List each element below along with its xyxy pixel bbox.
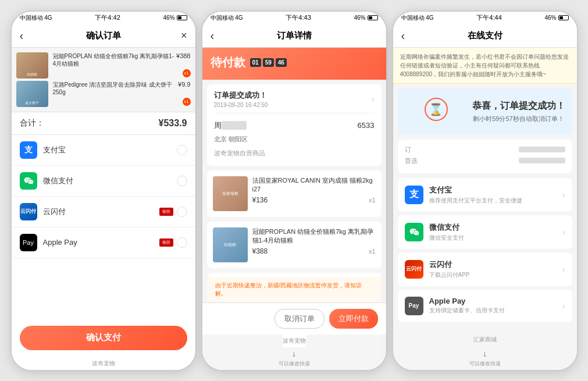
alipay-arrow: › bbox=[562, 190, 565, 200]
battery-area-1: 46% bbox=[163, 15, 187, 21]
footer-area-2: 波奇宠物 ↓ 可以修改快递 bbox=[202, 334, 386, 370]
page-title-3: 在线支付 bbox=[468, 30, 503, 41]
payment-alipay[interactable]: 支 支付宝 bbox=[12, 135, 195, 166]
battery-pct-2: 46% bbox=[354, 15, 365, 21]
order-date: 2019-08-20 16:42:50 bbox=[214, 102, 268, 108]
success-section: ⌛ 恭喜，订单提交成功！ 剩小时59分57秒自动取消订单！ bbox=[398, 88, 572, 135]
timer-seconds: 46 bbox=[276, 58, 287, 67]
payment-methods-list: 支 支付宝 微信支付 云闪付 云闪付 银联 bbox=[12, 135, 195, 320]
order-type-blurred bbox=[519, 158, 565, 163]
product-row-2: 宝路Pedigree 清洁坚固牙齿去除异味 成犬饼干 250g ¥9.9 bbox=[53, 81, 191, 96]
total-label: 合计： bbox=[20, 118, 44, 129]
chevron-icon: › bbox=[372, 94, 375, 104]
customer-row: 周XXXXX 6533 bbox=[214, 118, 375, 133]
page-title-2: 订单详情 bbox=[277, 30, 312, 41]
notice-bar: 近期网络诈骗案件频繁发生，若小红书君不会因订单问题给您发送任何链接或者短信验证，… bbox=[393, 48, 577, 84]
unionpay-badge-yun: 银联 bbox=[159, 208, 173, 216]
battery-icon-3 bbox=[558, 15, 569, 20]
customer-name: 周XXXXX bbox=[214, 120, 247, 131]
pending-title: 待付款 bbox=[211, 55, 245, 70]
footer-area-3: 汇家商城 ↓ 可以修改快递 bbox=[393, 333, 577, 370]
cancel-order-button[interactable]: 取消订单 bbox=[275, 309, 325, 329]
wechat-arrow: › bbox=[562, 227, 565, 237]
wechat-desc: 微信安全支付 bbox=[429, 234, 562, 242]
action-bar: 取消订单 立即付款 bbox=[202, 302, 386, 334]
applepay-label: Apple Pay bbox=[43, 238, 159, 247]
payment-options-list: 支 支付宝 推荐使用支付宝平台支付，安全便捷 › 微信支付 微信安全支付 › bbox=[393, 178, 577, 333]
payment-yunpay[interactable]: 云闪付 云闪付 银联 bbox=[12, 197, 195, 227]
alipay-info: 支付宝 推荐使用支付宝平台支付，安全便捷 bbox=[429, 185, 562, 205]
wechat-info: 微信支付 微信安全支付 bbox=[429, 222, 562, 242]
status-bar-3: 中国移动 4G 下午4:44 46% bbox=[393, 12, 577, 24]
arrow-indicator-2: ↓ bbox=[292, 347, 296, 360]
pay-option-wechat[interactable]: 微信支付 微信安全支付 › bbox=[398, 215, 572, 249]
product-thumb-2: 幼猫粮 bbox=[213, 227, 248, 262]
success-icon: ⌛ bbox=[425, 98, 448, 121]
timer-badges: 01 59 46 bbox=[250, 58, 287, 67]
product-images: 幼猫粮 成犬饼干 bbox=[16, 52, 48, 107]
arrow-label-3: 可以修改快递 bbox=[469, 360, 501, 370]
order-mini-label: 订 bbox=[405, 145, 411, 154]
success-row: 订单提交成功！ 2019-08-20 16:42:50 › bbox=[214, 90, 375, 113]
success-text-area: 恭喜，订单提交成功！ 剩小时59分57秒自动取消订单！ bbox=[472, 100, 565, 123]
applepay-icon: Pay bbox=[20, 234, 37, 251]
pay-now-button[interactable]: 立即付款 bbox=[329, 309, 378, 329]
product-price-row-2: ¥388 x1 bbox=[252, 247, 376, 255]
product-item-3: 成犬饼干 宝路Pedigree 清洁坚固牙齿去除 异味成犬饼干 250g ¥9.… bbox=[207, 273, 382, 277]
applepay-arrow: › bbox=[562, 301, 565, 311]
timer-hours: 01 bbox=[250, 58, 261, 67]
total-bar: 合计： ¥533.9 bbox=[12, 112, 195, 135]
alipay-icon: 支 bbox=[20, 141, 37, 159]
payment-wechat[interactable]: 微信支付 bbox=[12, 166, 195, 197]
wechat-label: 微信支付 bbox=[43, 176, 177, 186]
alipay-radio[interactable] bbox=[177, 145, 187, 155]
product-thumb-1: 皇家猫粮 bbox=[213, 176, 248, 211]
back-button-2[interactable]: ‹ bbox=[211, 29, 215, 42]
wechat-icon bbox=[20, 172, 37, 190]
wechat-radio[interactable] bbox=[177, 176, 187, 186]
applepay-name: Apple Pay bbox=[429, 297, 562, 305]
close-button-1[interactable]: × bbox=[181, 30, 187, 42]
alipay-desc: 推荐使用支付宝平台支付，安全便捷 bbox=[429, 197, 562, 205]
carrier-3: 中国移动 4G bbox=[401, 14, 434, 22]
time-3: 下午4:44 bbox=[476, 13, 501, 22]
phone-1: 中国移动 4G 下午4:42 46% ‹ 确认订单 × 幼猫粮 成犬饼干 bbox=[10, 10, 197, 371]
order-summary: 幼猫粮 成犬饼干 冠能PROPLAN 幼猫全价猫粮7kg 离乳期孕猫1-4月幼猫… bbox=[12, 48, 195, 112]
alipay-label: 支付宝 bbox=[43, 145, 177, 155]
pending-title-row: 待付款 01 59 46 bbox=[211, 55, 378, 70]
product-row-1: 冠能PROPLAN 幼猫全价猫粮7kg 离乳期孕猫1-4月幼猫粮 ¥388 bbox=[53, 52, 191, 67]
pay-option-alipay[interactable]: 支 支付宝 推荐使用支付宝平台支付，安全便捷 › bbox=[398, 178, 572, 212]
yunpay-icon-3: 云闪付 bbox=[405, 260, 423, 279]
payment-applepay[interactable]: Pay Apple Pay 银联 bbox=[12, 227, 195, 258]
back-button-3[interactable]: ‹ bbox=[401, 29, 405, 42]
yunpay-label: 云闪付 bbox=[43, 206, 159, 217]
product-price-row-1: ¥136 x1 bbox=[252, 196, 376, 204]
applepay-desc: 支持绑定储蓄卡、信用卡支付 bbox=[429, 307, 562, 315]
back-button-1[interactable]: ‹ bbox=[20, 29, 24, 42]
qty-2: x1 bbox=[369, 248, 376, 255]
yunpay-arrow: › bbox=[562, 265, 565, 274]
success-info: 订单提交成功！ 2019-08-20 16:42:50 bbox=[214, 90, 268, 108]
applepay-radio[interactable] bbox=[177, 237, 187, 248]
yunpay-radio[interactable] bbox=[177, 206, 187, 217]
qty-badge-1: x1 bbox=[183, 69, 191, 77]
arrow-label-2: 可以修改快递 bbox=[279, 360, 310, 370]
applepay-icon-3: Pay bbox=[405, 297, 423, 315]
status-bar-1: 中国移动 4G 下午4:42 46% bbox=[12, 12, 195, 24]
time-1: 下午4:42 bbox=[95, 13, 120, 22]
pending-header: 待付款 01 59 46 bbox=[202, 48, 386, 80]
order-info: 冠能PROPLAN 幼猫全价猫粮7kg 离乳期孕猫1-4月幼猫粮 ¥388 x1… bbox=[53, 52, 191, 107]
page-title-1: 确认订单 bbox=[86, 30, 121, 41]
nav-bar-1: ‹ 确认订单 × bbox=[12, 24, 195, 48]
pay-option-applepay[interactable]: Pay Apple Pay 支持绑定储蓄卡、信用卡支付 › bbox=[398, 290, 572, 322]
product-name-1: 法国皇家ROYAL CANIN 室内成猫 猫粮2kg i27 bbox=[252, 176, 376, 194]
success-title: 恭喜，订单提交成功！ bbox=[472, 100, 565, 112]
confirm-payment-button[interactable]: 确认支付 bbox=[20, 326, 187, 350]
product-list: 皇家猫粮 法国皇家ROYAL CANIN 室内成猫 猫粮2kg i27 ¥136… bbox=[202, 170, 386, 277]
pay-option-yunpay[interactable]: 云闪付 云闪付 下载云闪付APP › bbox=[398, 252, 572, 286]
carrier-1: 中国移动 4G bbox=[20, 14, 52, 22]
order-type-label: 普选 bbox=[405, 156, 418, 165]
qty-badge-2: x1 bbox=[183, 98, 191, 106]
product-name-2: 冠能PROPLAN 幼猫全价猫粮7kg 离乳期孕猫1-4月幼猫粮 bbox=[252, 227, 376, 245]
product-item-1: 皇家猫粮 法国皇家ROYAL CANIN 室内成猫 猫粮2kg i27 ¥136… bbox=[207, 170, 382, 217]
